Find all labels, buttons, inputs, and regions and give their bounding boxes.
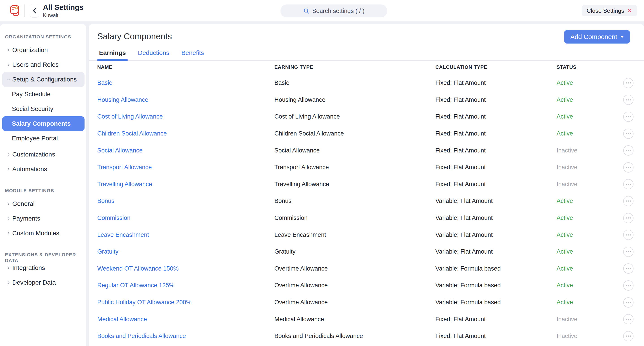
more-options-icon[interactable]: [623, 314, 634, 324]
search-placeholder: Search settings ( / ): [312, 7, 364, 14]
table-row: Regular OT Allowance 125% Overtime Allow…: [89, 277, 644, 294]
more-options-icon[interactable]: [623, 129, 634, 139]
calculation-type-cell: Fixed; Flat Amount: [435, 316, 556, 323]
sidebar-item-automations[interactable]: Automations: [2, 162, 84, 176]
back-button[interactable]: [30, 4, 39, 18]
table-row: Commission Commission Variable; Flat Amo…: [89, 210, 644, 227]
panel-title: Salary Components: [97, 31, 644, 41]
status-badge: Inactive: [556, 333, 613, 340]
calculation-type-cell: Fixed; Flat Amount: [435, 113, 556, 120]
sidebar-section-header-organization-settings: ORGANIZATION SETTINGS: [5, 34, 81, 40]
calculation-type-cell: Fixed; Flat Amount: [435, 164, 556, 171]
salary-components-panel: Salary Components Add Component Earnings…: [89, 24, 644, 346]
component-name-link[interactable]: Commission: [97, 214, 130, 221]
status-badge: Active: [556, 197, 613, 204]
component-name-link[interactable]: Leave Encashment: [97, 231, 149, 238]
sidebar-item-developer-data[interactable]: Developer Data: [2, 275, 84, 290]
search-settings-input[interactable]: Search settings ( / ): [280, 4, 387, 17]
component-name-link[interactable]: Books and Periodicals Allowance: [97, 333, 186, 339]
sidebar-item-social-security[interactable]: Social Security: [2, 102, 84, 116]
sidebar-item-organization[interactable]: Organization: [2, 43, 84, 57]
more-options-icon[interactable]: [623, 280, 634, 291]
sidebar-item-general[interactable]: General: [2, 196, 84, 211]
sidebar-item-label: Salary Components: [12, 120, 71, 127]
close-settings-button[interactable]: Close Settings ✕: [582, 5, 637, 16]
tab-deductions[interactable]: Deductions: [138, 49, 169, 57]
more-options-icon[interactable]: [623, 179, 634, 189]
sidebar-item-label: General: [12, 200, 35, 207]
component-name-link[interactable]: Children Social Allowance: [97, 130, 167, 137]
dropdown-caret-icon: [620, 36, 624, 38]
table-row: Social Allowance Social Allowance Fixed;…: [89, 142, 644, 159]
calculation-type-cell: Fixed; Flat Amount: [435, 130, 556, 137]
calculation-type-cell: Fixed; Flat Amount: [435, 181, 556, 188]
more-options-icon[interactable]: [623, 247, 634, 257]
earning-type-cell: Overtime Allowance: [274, 299, 435, 306]
more-options-icon[interactable]: [623, 112, 634, 122]
more-options-icon[interactable]: [623, 213, 634, 223]
column-header-name: NAME: [97, 64, 274, 70]
component-name-link[interactable]: Housing Allowance: [97, 96, 148, 103]
chevron-right-icon: [7, 47, 10, 52]
table-row: Cost of Living Allowance Cost of Living …: [89, 108, 644, 125]
column-header-earning-type: EARNING TYPE: [274, 64, 435, 70]
component-name-link[interactable]: Public Holiday OT Allowance 200%: [97, 299, 192, 306]
table-row: Travelling Allowance Travelling Allowanc…: [89, 176, 644, 193]
component-name-link[interactable]: Transport Allowance: [97, 164, 152, 171]
sidebar-item-users-and-roles[interactable]: Users and Roles: [2, 57, 84, 72]
status-badge: Active: [556, 96, 613, 103]
component-name-link[interactable]: Travelling Allowance: [97, 181, 152, 187]
sidebar-item-employee-portal[interactable]: Employee Portal: [2, 131, 84, 146]
tab-benefits[interactable]: Benefits: [181, 49, 204, 57]
topbar: All Settings Kuwait Search settings ( / …: [0, 0, 644, 21]
earning-type-cell: Housing Allowance: [274, 96, 435, 103]
table-row: Transport Allowance Transport Allowance …: [89, 159, 644, 176]
status-badge: Inactive: [556, 164, 613, 171]
sidebar-item-custom-modules[interactable]: Custom Modules: [2, 226, 84, 241]
component-name-link[interactable]: Basic: [97, 79, 112, 86]
component-name-link[interactable]: Regular OT Allowance 125%: [97, 282, 174, 289]
more-options-icon[interactable]: [623, 196, 634, 206]
component-name-link[interactable]: Medical Allowance: [97, 316, 147, 323]
payroll-logo-icon[interactable]: [10, 5, 19, 16]
status-badge: Inactive: [556, 147, 613, 154]
settings-sidebar: ORGANIZATION SETTINGSOrganizationUsers a…: [0, 24, 86, 346]
calculation-type-cell: Fixed; Flat Amount: [435, 96, 556, 103]
table-row: Public Holiday OT Allowance 200% Overtim…: [89, 294, 644, 311]
topbar-titles: All Settings Kuwait: [43, 3, 84, 18]
add-component-button[interactable]: Add Component: [564, 30, 630, 43]
sidebar-item-label: Payments: [12, 215, 40, 222]
earning-type-cell: Leave Encashment: [274, 231, 435, 238]
more-options-icon[interactable]: [623, 78, 634, 88]
more-options-icon[interactable]: [623, 331, 634, 341]
calculation-type-cell: Fixed; Flat Amount: [435, 333, 556, 340]
table-row: Weekend OT Allowance 150% Overtime Allow…: [89, 260, 644, 277]
calculation-type-cell: Variable; Flat Amount: [435, 248, 556, 255]
more-options-icon[interactable]: [623, 230, 634, 240]
earning-type-cell: Travelling Allowance: [274, 181, 435, 188]
more-options-icon[interactable]: [623, 95, 634, 105]
component-name-link[interactable]: Weekend OT Allowance 150%: [97, 265, 179, 272]
sidebar-item-setup-configurations[interactable]: Setup & Configurations: [2, 72, 84, 87]
chevron-right-icon: [7, 216, 10, 221]
chevron-right-icon: [7, 62, 10, 67]
more-options-icon[interactable]: [623, 297, 634, 308]
more-options-icon[interactable]: [623, 145, 634, 156]
table-row: Books and Periodicals Allowance Books an…: [89, 328, 644, 345]
sidebar-item-payments[interactable]: Payments: [2, 211, 84, 226]
more-options-icon[interactable]: [623, 162, 634, 173]
sidebar-item-pay-schedule[interactable]: Pay Schedule: [2, 87, 84, 102]
tab-earnings[interactable]: Earnings: [99, 49, 126, 57]
close-settings-label: Close Settings: [587, 7, 624, 14]
calculation-type-cell: Variable; Formula based: [435, 299, 556, 306]
sidebar-item-salary-components[interactable]: Salary Components: [2, 116, 84, 131]
status-badge: Active: [556, 231, 613, 238]
component-name-link[interactable]: Cost of Living Allowance: [97, 113, 163, 120]
earning-type-cell: Overtime Allowance: [274, 282, 435, 289]
component-name-link[interactable]: Bonus: [97, 197, 114, 204]
more-options-icon[interactable]: [623, 263, 634, 274]
component-name-link[interactable]: Gratuity: [97, 248, 118, 255]
status-badge: Active: [556, 248, 613, 255]
sidebar-item-customizations[interactable]: Customizations: [2, 147, 84, 162]
component-name-link[interactable]: Social Allowance: [97, 147, 143, 154]
